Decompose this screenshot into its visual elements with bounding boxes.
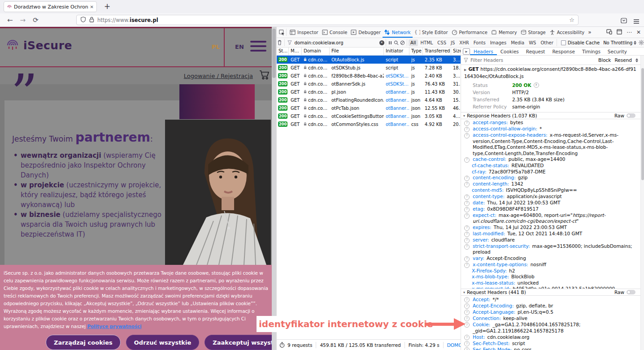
initiator-text[interactable]: otBanner…	[386, 122, 409, 127]
disable-cache-toggle[interactable]: Disable Cache	[561, 40, 600, 45]
header-name[interactable]: cache-control:	[473, 156, 506, 162]
type-filter-xhr[interactable]: XHR	[457, 39, 470, 46]
column-header-6[interactable]: Transferred	[423, 48, 451, 55]
type-filter-other[interactable]: Other	[539, 39, 555, 46]
detail-scrollbar[interactable]	[640, 56, 644, 350]
help-icon[interactable]: ?	[464, 133, 470, 138]
shield-icon[interactable]	[80, 17, 86, 24]
header-name[interactable]: last-modified:	[473, 231, 505, 236]
help-icon[interactable]: ?	[464, 157, 470, 163]
type-filter-media[interactable]: Media	[509, 39, 526, 46]
reload-button[interactable]: ⟳	[33, 16, 39, 24]
request-row[interactable]: 200GETcdn.co…otFloatingRoundedIcon.jsono…	[277, 96, 461, 104]
header-name[interactable]: Cookie:	[473, 322, 490, 327]
header-name[interactable]: vary:	[473, 255, 484, 261]
request-row[interactable]: 200GETcdn.co…otBannerSdk.jsotSDKSt…js76.…	[277, 80, 461, 88]
initiator-text[interactable]: otSDKSt…	[386, 82, 409, 86]
resend-button[interactable]: Resend	[614, 57, 632, 63]
help-icon[interactable]: ?	[464, 341, 470, 346]
devtools-tab-console[interactable]: Console	[320, 27, 349, 38]
header-name[interactable]: strict-transport-security:	[473, 243, 530, 249]
request-url-block[interactable]: ▶GEThttps://cdn.cookielaw.org/consent/f2…	[461, 66, 638, 79]
column-header-2[interactable]: Domain	[302, 48, 330, 55]
disable-cache-checkbox[interactable]	[561, 40, 566, 45]
page-scrollbar[interactable]	[272, 27, 276, 350]
type-filter-js[interactable]: JS	[449, 39, 457, 46]
network-settings-gear-icon[interactable]	[638, 40, 644, 45]
search-icon[interactable]	[393, 40, 400, 45]
response-headers-section-header[interactable]: ▾ Response Headers (1.037 KB) Raw	[461, 112, 641, 119]
cookie-button-2[interactable]: Odrzuć wszystkie	[126, 335, 199, 350]
detail-play-icon[interactable]: ▶	[463, 48, 470, 55]
help-icon[interactable]: ?	[464, 310, 470, 315]
type-filter-fonts[interactable]: Fonts	[472, 39, 487, 46]
pick-element-icon[interactable]	[279, 30, 285, 35]
devtools-close-icon[interactable]: ✕	[636, 29, 641, 35]
help-icon[interactable]: ?	[464, 176, 470, 181]
expand-request-icon[interactable]: ▶	[464, 68, 466, 72]
collapse-icon[interactable]: ▾	[463, 290, 465, 294]
cart-icon[interactable]	[259, 70, 270, 82]
header-name[interactable]: Accept-Language:	[473, 309, 515, 315]
devtools-tab-inspector[interactable]: Inspector	[288, 27, 320, 38]
initiator-text[interactable]: otBanner…	[386, 114, 409, 119]
column-header-3[interactable]: File	[330, 48, 384, 55]
header-name[interactable]: content-length:	[473, 181, 509, 186]
type-filter-ws[interactable]: WS	[527, 39, 538, 46]
header-name[interactable]: cf-cache-status:	[472, 163, 509, 168]
devtools-tab-memory[interactable]: Memory	[489, 27, 519, 38]
help-icon[interactable]: ?	[464, 232, 470, 237]
raw-toggle[interactable]	[627, 290, 635, 294]
header-name[interactable]: access-control-expose-headers:	[473, 132, 548, 138]
block-button[interactable]: Block	[598, 57, 611, 63]
throttling-dropdown[interactable]: No Throttling	[603, 40, 636, 45]
header-name[interactable]: Accept:	[473, 297, 490, 302]
network-filter-input[interactable]: domain:cookielaw.org ✕	[286, 40, 384, 45]
devtools-tab-debugger[interactable]: Debugger	[349, 27, 383, 38]
request-headers-section-header[interactable]: ▾ Request Headers (441 B) Raw	[461, 289, 641, 296]
devtools-tab-style-editor[interactable]: { }Style Editor	[413, 27, 450, 38]
header-name[interactable]: content-type:	[473, 194, 505, 199]
column-header-7[interactable]: Size	[451, 48, 461, 55]
new-tab-button[interactable]: +	[104, 2, 110, 11]
header-name[interactable]: Host:	[473, 334, 485, 340]
header-name[interactable]: cf-ray:	[472, 169, 486, 174]
lock-icon[interactable]	[89, 17, 94, 24]
type-filter-all[interactable]: All	[409, 39, 418, 46]
type-filter-html[interactable]: HTML	[419, 39, 435, 46]
column-header-0[interactable]: St…	[277, 48, 289, 55]
header-name[interactable]: x-ms-blob-type:	[472, 274, 509, 279]
help-icon[interactable]: ?	[464, 297, 470, 302]
browser-tab[interactable]: Doradztwo w Zakresie Ochrony Dany ✕	[4, 1, 97, 12]
initiator-text[interactable]: otBanner…	[386, 90, 409, 95]
block-request-icon[interactable]	[400, 40, 406, 45]
header-name[interactable]: server:	[473, 237, 489, 242]
lang-pl-button[interactable]: PL	[212, 43, 220, 50]
back-button[interactable]: ←	[7, 16, 13, 24]
request-row[interactable]: 200GETcdn.co…otCookieSettingsButton.json…	[277, 112, 461, 120]
url-bar[interactable]: https://www.isecure.pl ☆	[76, 15, 579, 25]
devtools-menu-icon[interactable]: ⋯	[627, 29, 632, 35]
detail-tab-response[interactable]: Response	[548, 48, 578, 55]
help-icon[interactable]: ?	[464, 303, 470, 309]
detail-tab-cookies[interactable]: Cookies	[497, 48, 522, 55]
devtools-tab-storage[interactable]: Storage	[519, 27, 548, 38]
help-icon[interactable]: ?	[464, 256, 470, 262]
type-filter-css[interactable]: CSS	[435, 39, 448, 46]
detail-tab-security[interactable]: Security	[604, 48, 631, 55]
collapse-icon[interactable]: ▾	[463, 114, 465, 118]
raw-toggle[interactable]	[627, 113, 635, 118]
cookie-button-3[interactable]: Zaakceptuj wszystkie	[205, 335, 276, 350]
header-name[interactable]: access-control-allow-origin:	[473, 126, 537, 131]
type-filter-images[interactable]: Images	[488, 39, 509, 46]
help-icon[interactable]: ?	[464, 121, 470, 126]
help-icon[interactable]: ?	[464, 194, 470, 200]
header-name[interactable]: etag:	[473, 206, 485, 212]
help-icon[interactable]: ?	[464, 335, 470, 340]
header-name[interactable]: Accept-Encoding:	[473, 303, 514, 308]
cookie-button-1[interactable]: Zarządzaj cookies	[46, 335, 121, 350]
help-icon[interactable]: ?	[464, 244, 470, 250]
help-icon[interactable]: ?	[464, 213, 470, 219]
help-icon[interactable]: ?	[464, 182, 470, 187]
header-name[interactable]: content-md5:	[472, 187, 504, 193]
